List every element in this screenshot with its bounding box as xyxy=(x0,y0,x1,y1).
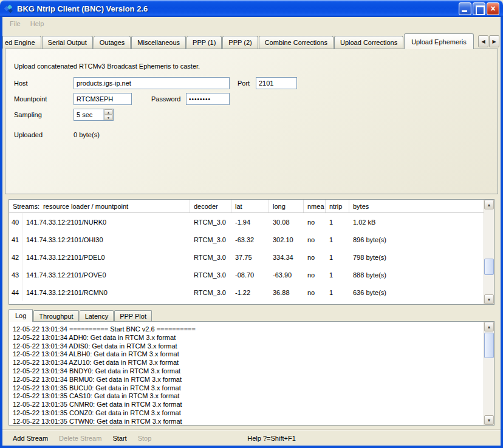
uploaded-value: 0 byte(s) xyxy=(74,131,100,138)
header-bytes[interactable]: bytes xyxy=(349,200,484,212)
tab-scroll-right-icon[interactable]: ▶ xyxy=(489,35,499,47)
title-bar[interactable]: BKG Ntrip Client (BNC) Version 2.6 × xyxy=(0,0,503,17)
scroll-down-icon[interactable]: ▼ xyxy=(484,415,494,425)
mountpoint-input[interactable]: RTCM3EPH xyxy=(74,93,132,105)
tab-combine-corrections[interactable]: Combine Corrections xyxy=(259,36,334,49)
sampling-label: Sampling xyxy=(14,111,42,118)
stream-ntrip: 1 xyxy=(326,283,349,301)
scrollbar-thumb[interactable] xyxy=(484,259,494,275)
header-streams[interactable]: Streams: resource loader / mountpoint xyxy=(9,200,190,212)
log-line: 12-05-22 13:01:35 CONZ0: Get data in RTC… xyxy=(13,409,482,418)
app-icon xyxy=(4,4,14,14)
stream-row[interactable]: 40 141.74.33.12:2101/NURK0 RTCM_3.0 -1.9… xyxy=(9,213,484,231)
stream-decoder: RTCM_3.0 xyxy=(190,266,231,283)
tab-bar: ed Engine Serial Output Outages Miscella… xyxy=(2,32,501,49)
log-line: 12-05-22 13:01:35 CTWN0: Get data in RTC… xyxy=(13,418,482,425)
stream-decoder: RTCM_3.0 xyxy=(190,231,231,248)
log-line: 12-05-22 13:01:35 CAS10: Get data in RTC… xyxy=(13,392,482,401)
sampling-spinbox[interactable]: 5 sec ▲ ▼ xyxy=(74,109,114,121)
stream-long: 36.88 xyxy=(269,283,304,301)
stream-long: 334.34 xyxy=(269,248,304,266)
menu-help[interactable]: Help xyxy=(26,19,49,29)
add-stream-button[interactable]: Add Stream xyxy=(7,435,53,442)
header-long[interactable]: long xyxy=(269,200,304,212)
stream-nmea: no xyxy=(304,283,326,301)
log-line: 12-05-22 13:01:34 ========== Start BNC v… xyxy=(13,325,482,334)
stream-decoder: RTCM_3.0 xyxy=(190,283,231,301)
stream-row[interactable]: 41 141.74.33.12:2101/OHI30 RTCM_3.0 -63.… xyxy=(9,231,484,248)
minimize-button[interactable] xyxy=(459,2,471,15)
stream-ntrip: 1 xyxy=(326,231,349,248)
sampling-value: 5 sec xyxy=(74,109,103,120)
stream-long: 30.08 xyxy=(269,213,304,231)
delete-stream-button[interactable]: Delete Stream xyxy=(53,435,107,442)
header-ntrip[interactable]: ntrip xyxy=(326,200,349,212)
stream-ntrip: 1 xyxy=(326,213,349,231)
streams-scrollbar[interactable]: ▲ ▼ xyxy=(484,200,494,304)
stream-lat: -08.70 xyxy=(231,266,269,283)
host-input[interactable]: products.igs-ip.net xyxy=(74,77,230,89)
log-line: 12-05-22 13:01:34 AZU10: Get data in RTC… xyxy=(13,359,482,367)
log-view[interactable]: 12-05-22 13:01:34 ========== Start BNC v… xyxy=(9,321,494,426)
tab-outages[interactable]: Outages xyxy=(94,36,131,49)
tab-ppp-plot[interactable]: PPP Plot xyxy=(114,310,152,321)
spin-down-icon[interactable]: ▼ xyxy=(104,115,113,120)
stream-decoder: RTCM_3.0 xyxy=(190,213,231,231)
password-label: Password xyxy=(151,95,180,103)
stream-nmea: no xyxy=(304,231,326,248)
stream-mountpoint: 141.74.33.12:2101/RCMN0 xyxy=(22,283,190,301)
port-input[interactable]: 2101 xyxy=(256,77,297,89)
scroll-up-icon[interactable]: ▲ xyxy=(484,200,494,209)
row-number: 44 xyxy=(9,283,22,301)
tab-feed-engine[interactable]: ed Engine xyxy=(2,36,41,49)
mountpoint-label: Mountpoint xyxy=(14,95,47,103)
start-button[interactable]: Start xyxy=(107,435,132,442)
scrollbar-thumb[interactable] xyxy=(484,333,494,358)
upload-ephemeris-panel: Upload concatenated RTCMv3 Broadcast Eph… xyxy=(5,49,498,194)
tab-ppp-2[interactable]: PPP (2) xyxy=(222,36,258,49)
stream-row[interactable]: 43 141.74.33.12:2101/POVE0 RTCM_3.0 -08.… xyxy=(9,266,484,283)
uploaded-label: Uploaded xyxy=(14,131,43,138)
log-line: 12-05-22 13:01:34 ALBH0: Get data in RTC… xyxy=(13,350,482,359)
spin-buttons: ▲ ▼ xyxy=(103,109,113,120)
tab-throughput[interactable]: Throughput xyxy=(33,310,78,321)
tab-scroll-left-icon[interactable]: ◀ xyxy=(478,35,488,47)
password-input[interactable]: •••••••• xyxy=(186,93,230,105)
stream-bytes: 636 byte(s) xyxy=(349,283,484,301)
header-lat[interactable]: lat xyxy=(231,200,269,212)
help-hint: Help ?=Shift+F1 xyxy=(242,435,301,442)
tab-upload-corrections[interactable]: Upload Corrections xyxy=(334,36,403,49)
close-button[interactable]: × xyxy=(487,2,499,15)
status-bar: Add Stream Delete Stream Start Stop Help… xyxy=(2,430,501,446)
log-line: 12-05-22 13:01:34 BRMU0: Get data in RTC… xyxy=(13,376,482,384)
header-decoder[interactable]: decoder xyxy=(190,200,231,212)
tab-log[interactable]: Log xyxy=(9,309,33,322)
streams-table-body: Streams: resource loader / mountpoint de… xyxy=(9,200,484,304)
log-scrollbar[interactable]: ▲ ▼ xyxy=(484,322,494,425)
scroll-down-icon[interactable]: ▼ xyxy=(484,294,494,304)
tab-miscellaneous[interactable]: Miscellaneous xyxy=(131,36,186,49)
scroll-up-icon[interactable]: ▲ xyxy=(484,322,494,331)
stream-lat: -63.32 xyxy=(231,231,269,248)
spin-up-icon[interactable]: ▲ xyxy=(104,109,113,115)
tab-ppp-1[interactable]: PPP (1) xyxy=(186,36,222,49)
tab-upload-ephemeris[interactable]: Upload Ephemeris xyxy=(404,33,474,49)
maximize-button[interactable] xyxy=(473,2,485,15)
row-number: 43 xyxy=(9,266,22,283)
tab-serial-output[interactable]: Serial Output xyxy=(42,36,93,49)
stream-mountpoint: 141.74.33.12:2101/OHI30 xyxy=(22,231,190,248)
stop-button[interactable]: Stop xyxy=(132,435,157,442)
streams-table: Streams: resource loader / mountpoint de… xyxy=(9,199,494,305)
log-lines: 12-05-22 13:01:34 ========== Start BNC v… xyxy=(13,325,482,425)
log-line: 12-05-22 13:01:35 BUCU0: Get data in RTC… xyxy=(13,384,482,393)
row-number: 41 xyxy=(9,231,22,248)
menu-file[interactable]: File xyxy=(5,19,26,29)
stream-ntrip: 1 xyxy=(326,248,349,266)
host-label: Host xyxy=(14,80,28,87)
tab-latency[interactable]: Latency xyxy=(80,310,114,321)
stream-lat: -1.22 xyxy=(231,283,269,301)
stream-row[interactable]: 44 141.74.33.12:2101/RCMN0 RTCM_3.0 -1.2… xyxy=(9,283,484,301)
log-line: 12-05-22 13:01:34 ADH0: Get data in RTCM… xyxy=(13,334,482,342)
header-nmea[interactable]: nmea xyxy=(304,200,326,212)
stream-row[interactable]: 42 141.74.33.12:2101/PDEL0 RTCM_3.0 37.7… xyxy=(9,248,484,266)
